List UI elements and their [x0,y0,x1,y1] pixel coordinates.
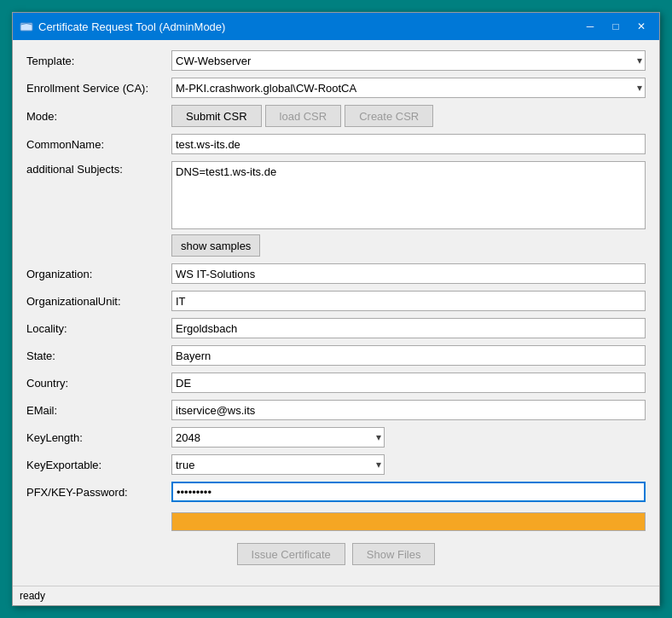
progress-bar-fill [172,513,645,530]
locality-label: Locality: [26,322,171,335]
progress-bar-row [26,509,646,534]
key-exportable-select-wrapper: true false [171,454,385,475]
maximize-button[interactable]: □ [605,18,627,35]
app-icon [20,20,33,33]
locality-input[interactable] [171,318,646,338]
locality-row: Locality: [26,318,646,338]
status-text: ready [20,590,45,602]
organization-row: Organization: [26,263,646,284]
common-name-row: CommonName: [26,134,646,154]
progress-bar-container [171,509,646,534]
pfx-password-input[interactable] [171,482,646,502]
org-unit-row: OrganizationalUnit: [26,291,646,311]
email-label: EMail: [26,404,171,417]
pfx-password-label: PFX/KEY-Password: [26,486,171,499]
additional-subjects-label: additional Subjects: [26,161,171,176]
bottom-buttons: Issue Certificate Show Files [26,543,646,565]
show-files-button: Show Files [352,543,436,565]
organization-input[interactable] [171,263,646,284]
additional-subjects-area: DNS=test1.ws-its.de show samples [171,161,646,257]
title-bar-controls: ─ □ ✕ [579,18,652,35]
minimize-button[interactable]: ─ [579,18,601,35]
enrollment-label: Enrollment Service (CA): [26,82,171,95]
common-name-control [171,134,646,154]
main-window: Certificate Request Tool (AdminMode) ─ □… [12,12,660,606]
enrollment-select[interactable]: M-PKI.crashwork.global\CW-RootCA [171,78,646,98]
window-title: Certificate Request Tool (AdminMode) [38,20,225,33]
state-label: State: [26,349,171,362]
organization-label: Organization: [26,268,171,280]
progress-bar-outer [171,512,646,531]
key-exportable-label: KeyExportable: [26,459,171,471]
country-control [171,373,646,393]
enrollment-select-wrapper: M-PKI.crashwork.global\CW-RootCA [171,78,646,98]
locality-control [171,318,646,338]
show-samples-button[interactable]: show samples [171,234,260,257]
common-name-input[interactable] [171,134,646,154]
template-select-wrapper: CW-Webserver [171,50,646,71]
additional-subjects-textarea[interactable]: DNS=test1.ws-its.de [171,161,646,229]
state-row: State: [26,345,646,366]
key-length-label: KeyLength: [26,431,171,444]
org-unit-input[interactable] [171,291,646,311]
issue-certificate-button: Issue Certificate [237,543,345,565]
load-csr-button: load CSR [265,105,342,127]
state-input[interactable] [171,345,646,366]
email-input[interactable] [171,400,646,420]
common-name-label: CommonName: [26,138,171,151]
key-length-row: KeyLength: 1024 2048 4096 [26,427,646,448]
pfx-password-control [171,482,646,502]
email-row: EMail: [26,400,646,420]
mode-buttons: Submit CSR load CSR Create CSR [171,105,646,127]
key-length-select[interactable]: 1024 2048 4096 [171,427,385,448]
template-select[interactable]: CW-Webserver [171,50,646,71]
close-button[interactable]: ✕ [630,18,652,35]
organization-control [171,263,646,284]
template-label: Template: [26,55,171,67]
title-bar-left: Certificate Request Tool (AdminMode) [20,20,225,33]
email-control [171,400,646,420]
form-content: Template: CW-Webserver Enrollment Servic… [13,40,659,586]
country-input[interactable] [171,373,646,393]
key-exportable-row: KeyExportable: true false [26,454,646,475]
state-control [171,345,646,366]
pfx-password-row: PFX/KEY-Password: [26,482,646,502]
create-csr-button: Create CSR [345,105,433,127]
mode-label: Mode: [26,110,171,123]
submit-csr-button[interactable]: Submit CSR [171,105,262,127]
status-bar: ready [13,586,659,605]
country-row: Country: [26,373,646,393]
show-samples-container: show samples [171,234,646,257]
org-unit-control [171,291,646,311]
enrollment-row: Enrollment Service (CA): M-PKI.crashwork… [26,78,646,98]
key-length-select-wrapper: 1024 2048 4096 [171,427,385,448]
additional-subjects-row: additional Subjects: DNS=test1.ws-its.de… [26,161,646,257]
mode-row: Mode: Submit CSR load CSR Create CSR [26,105,646,127]
template-row: Template: CW-Webserver [26,50,646,71]
title-bar: Certificate Request Tool (AdminMode) ─ □… [13,13,659,40]
org-unit-label: OrganizationalUnit: [26,295,171,308]
country-label: Country: [26,377,171,390]
key-exportable-select[interactable]: true false [171,454,385,475]
